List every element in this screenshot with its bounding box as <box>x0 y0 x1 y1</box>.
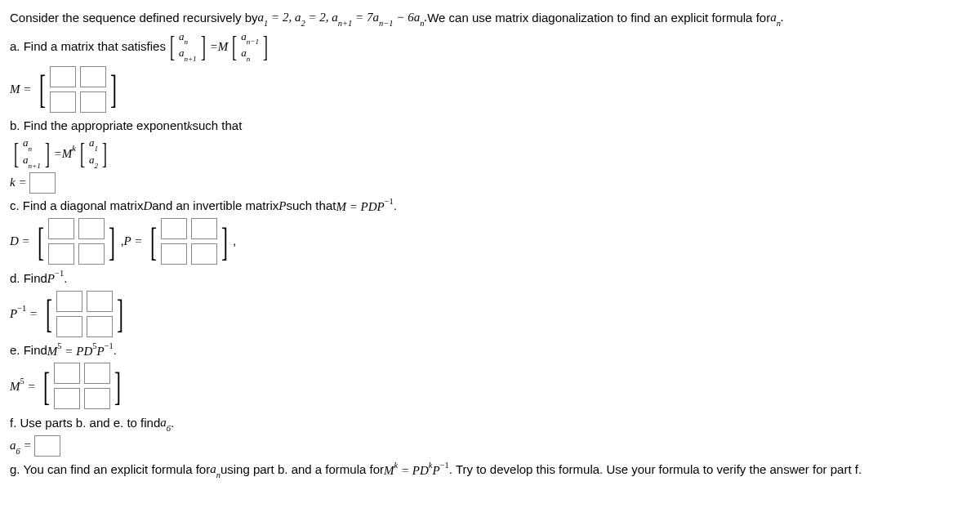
M-input-12[interactable] <box>80 66 106 87</box>
D-input-22[interactable] <box>78 243 105 265</box>
c-eq: M = PDP−1 <box>336 197 393 216</box>
part-a-label: a. Find a matrix that satisfies <box>10 38 166 56</box>
Pinv-input-22[interactable] <box>87 316 113 337</box>
Pinv-input-21[interactable] <box>56 316 82 337</box>
part-g-label3: . Try to develop this formula. Use your … <box>449 461 862 479</box>
D-input-12[interactable] <box>78 218 105 239</box>
Mk: Mk <box>62 144 76 163</box>
part-f-text: f. Use parts b. and e. to find a6 . <box>10 413 970 434</box>
part-b-equation: [ anan+1 ] = Mk [ a1a2 ] <box>10 136 970 170</box>
a6-equation: a6 = <box>10 435 970 457</box>
part-b-label2: such that <box>193 117 243 136</box>
Pinv-input-11[interactable] <box>56 291 82 312</box>
f-a6: a6 <box>160 413 171 434</box>
P-equals: P = <box>124 232 146 251</box>
g-an: an <box>210 460 220 480</box>
M5-input-21[interactable] <box>54 388 80 409</box>
part-c-label2: and an invertible matrix <box>152 197 278 216</box>
M5-input-11[interactable] <box>54 363 80 384</box>
M-var: M <box>218 38 229 56</box>
part-b-text: b. Find the appropriate exponent k such … <box>10 117 970 136</box>
vector-left-a: [ anan+1 ] <box>167 30 208 64</box>
comma-end: , <box>233 232 236 251</box>
D-matrix: [ ] <box>34 217 118 265</box>
k-input[interactable] <box>29 172 56 194</box>
Pinv-input-12[interactable] <box>87 291 113 312</box>
equals-b: = <box>54 145 62 163</box>
part-a-text: a. Find a matrix that satisfies [ anan+1… <box>10 30 970 64</box>
M-equals: M = <box>10 80 34 99</box>
a6-input[interactable] <box>34 435 60 457</box>
part-c-label: c. Find a diagonal matrix <box>10 197 143 216</box>
Pinv-matrix: [ ] <box>42 290 127 338</box>
M-matrix: [ ] <box>36 65 120 114</box>
M-input-22[interactable] <box>80 91 106 113</box>
M-input-21[interactable] <box>50 91 76 113</box>
P-input-12[interactable] <box>191 218 217 239</box>
vector-right-b: [ a1a2 ] <box>78 136 109 170</box>
part-c-label3: such that <box>287 197 336 216</box>
d-Pinv: P−1 <box>47 269 64 288</box>
c-P: P <box>278 197 286 216</box>
part-b-label: b. Find the appropriate exponent <box>10 117 187 136</box>
k-equation: k = <box>10 172 970 194</box>
part-d-label: d. Find <box>10 270 47 288</box>
P-input-21[interactable] <box>161 243 187 265</box>
intro-tail: We can use matrix diagonalization to fin… <box>427 9 770 28</box>
f-dot: . <box>171 414 174 433</box>
M5-equals: M5 = <box>10 377 38 396</box>
part-e-label: e. Find <box>10 341 47 360</box>
M-equation: M = [ ] <box>10 65 970 114</box>
e-dot: . <box>114 341 117 360</box>
c-dot: . <box>394 197 397 216</box>
a6-equals: a6 = <box>10 436 34 457</box>
intro-an: an. <box>770 8 784 29</box>
k-equals: k = <box>10 173 29 192</box>
part-c-text: c. Find a diagonal matrix D and an inver… <box>10 197 970 216</box>
M-input-11[interactable] <box>50 66 76 87</box>
P-matrix: [ ] <box>147 217 231 265</box>
c-D: D <box>143 197 152 216</box>
M5-equation: M5 = [ ] <box>10 362 970 410</box>
M5-input-22[interactable] <box>84 388 110 409</box>
part-d-text: d. Find P−1 . <box>10 269 970 288</box>
M5-input-12[interactable] <box>84 363 110 384</box>
equals-a: = <box>210 38 218 56</box>
part-g-label2: using part b. and a formula for <box>220 461 384 479</box>
part-e-text: e. Find M5 = PD5P−1 . <box>10 341 970 361</box>
M5-matrix: [ ] <box>40 362 124 410</box>
intro-text: Consider the sequence defined recursivel… <box>10 9 258 28</box>
part-g-label: g. You can find an explicit formula for <box>10 461 210 479</box>
P-input-22[interactable] <box>191 243 217 265</box>
problem-intro: Consider the sequence defined recursivel… <box>10 8 970 29</box>
Pinv-equation: P−1 = [ ] <box>10 290 970 338</box>
intro-equation: a1 = 2, a2 = 2, an+1 = 7an−1 − 6an. <box>258 8 428 29</box>
DP-equation: D = [ ] , P = [ ] <box>10 217 970 265</box>
P-input-11[interactable] <box>161 218 187 239</box>
D-input-21[interactable] <box>48 243 74 265</box>
g-eq: Mk = PDkP−1 <box>384 461 449 480</box>
part-f-label: f. Use parts b. and e. to find <box>10 414 160 433</box>
part-g-text: g. You can find an explicit formula for … <box>10 460 970 480</box>
D-equals: D = <box>10 232 33 251</box>
d-dot: . <box>64 270 67 288</box>
vector-left-b: [ anan+1 ] <box>11 136 52 170</box>
vector-right-a: [ an−1an ] <box>229 30 270 64</box>
Pinv-equals: P−1 = <box>10 304 41 323</box>
b-k: k <box>187 117 193 136</box>
D-input-11[interactable] <box>48 218 74 239</box>
e-eq: M5 = PD5P−1 <box>47 341 114 361</box>
